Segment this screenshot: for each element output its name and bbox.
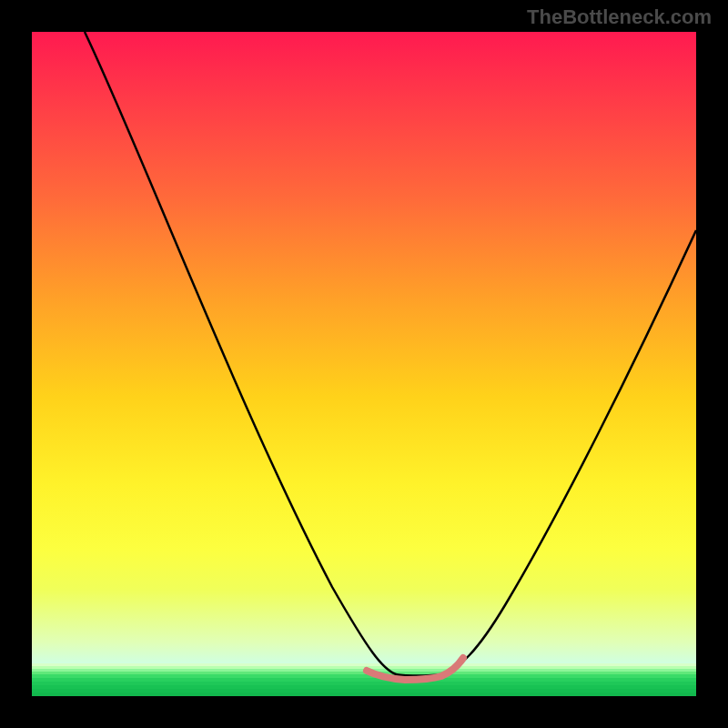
chart-svg	[32, 32, 696, 696]
highlight-curve	[367, 658, 463, 680]
main-curve	[85, 32, 696, 676]
watermark-text: TheBottleneck.com	[527, 5, 712, 29]
plot-area	[32, 32, 696, 696]
